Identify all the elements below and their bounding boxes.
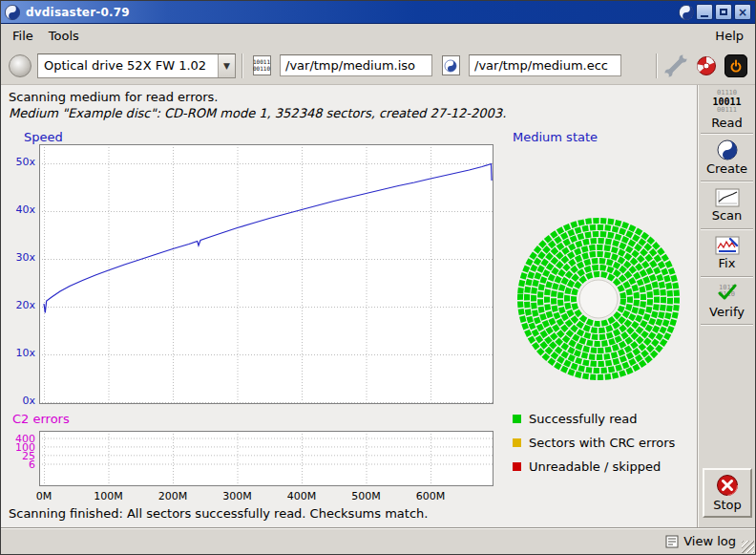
tick-label: 300M (217, 490, 259, 502)
action-sidebar: 01110 10011 00111 Read Create (698, 85, 755, 527)
stop-button[interactable]: Stop (703, 468, 752, 518)
tick-label: 100 (10, 441, 35, 454)
toolbar-separator (242, 53, 243, 78)
stop-button-area: Stop (703, 468, 751, 518)
wrench-icon (664, 54, 687, 77)
verify-button-label: Verify (709, 305, 745, 319)
tick-label: 500M (346, 490, 388, 502)
close-button[interactable]: × (734, 4, 751, 20)
status-line-1: Scanning medium for read errors. (9, 90, 218, 104)
medium-state-disc (514, 215, 682, 383)
verify-button[interactable]: 1011 0110 Verify (699, 278, 755, 324)
toolbar: Optical drive 52X FW 1.02 ▼ 10011 00110 (1, 47, 755, 85)
legend-label-unreadable: Unreadable / skipped (529, 459, 661, 474)
tick-label: 40x (7, 203, 35, 216)
tick-label: 200M (152, 490, 194, 502)
tick-label: 400 (10, 433, 35, 445)
ecc-file-button[interactable] (438, 53, 463, 78)
stop-button-label: Stop (713, 498, 742, 512)
close-icon: × (738, 7, 747, 18)
view-log-button[interactable]: View log (662, 532, 740, 550)
legend-swatch-success (513, 415, 521, 423)
c2-errors-chart (39, 431, 494, 486)
medium-state-title: Medium state (513, 130, 598, 144)
toolbar-separator-2 (656, 53, 658, 78)
ecc-path-input[interactable] (469, 54, 621, 76)
legend-swatch-crc (513, 438, 521, 447)
fix-icon (715, 236, 740, 255)
iso-file-button[interactable]: 10011 00110 (249, 53, 274, 78)
tick-label: 20x (7, 299, 35, 311)
sidebar-spacer (699, 326, 755, 468)
iso-icon-bits-row2: 00110 (253, 66, 270, 73)
create-button-label: Create (706, 161, 747, 176)
scan-button[interactable]: Scan (699, 182, 755, 228)
drive-selector[interactable]: Optical drive 52X FW 1.02 ▼ (37, 53, 236, 78)
power-icon (727, 57, 745, 75)
minimize-button[interactable] (696, 4, 713, 20)
app-window: dvdisaster-0.79 × File Tools Help Optica… (0, 0, 756, 555)
read-button[interactable]: 01110 10011 00111 Read (699, 87, 755, 133)
tick-label: 400M (281, 490, 323, 502)
tick-label: 25 (10, 450, 35, 462)
c2-chart-title: C2 errors (12, 412, 70, 426)
maximize-icon (720, 9, 727, 15)
resize-grip[interactable] (742, 541, 754, 553)
menu-file[interactable]: File (5, 27, 41, 45)
maximize-button[interactable] (715, 4, 732, 20)
status-line-2: Medium "Example disc": CD-ROM mode 1, 35… (9, 106, 506, 120)
scan-chart-icon (715, 188, 740, 207)
fix-button[interactable]: Fix (699, 230, 755, 276)
fix-button-label: Fix (719, 256, 736, 270)
menu-help[interactable]: Help (707, 27, 751, 45)
scan-result-message: Scanning finished: All sectors successfu… (9, 506, 428, 521)
stop-icon (716, 474, 739, 497)
read-button-label: Read (711, 116, 743, 130)
legend-label-success: Successfully read (529, 412, 637, 426)
tick-label: 50x (7, 156, 35, 168)
iso-file-icon: 10011 00110 (253, 55, 271, 75)
ecc-file-icon (442, 55, 460, 75)
tick-label: 0M (23, 490, 65, 502)
create-button[interactable]: Create (699, 135, 755, 181)
view-log-label: View log (683, 534, 736, 548)
legend-item-unreadable: Unreadable / skipped (513, 455, 675, 479)
verify-icon: 1011 0110 (714, 283, 741, 304)
main-area: Scanning medium for read errors. Medium … (1, 85, 698, 527)
tick-label: 600M (410, 490, 452, 502)
read-icon-row3: 00111 (712, 107, 741, 114)
speed-chart-title: Speed (24, 130, 63, 144)
dvdisaster-disc-icon (696, 55, 717, 76)
green-check-icon (717, 283, 738, 302)
window-menu-icon[interactable] (679, 5, 694, 20)
disc-hub-hole (579, 280, 618, 318)
footer-bar: View log (1, 527, 755, 554)
yin-yang-icon (717, 139, 738, 160)
titlebar[interactable]: dvdisaster-0.79 × (1, 1, 755, 24)
legend-item-crc: Sectors with CRC errors (513, 431, 675, 455)
tick-label: 30x (7, 251, 35, 264)
window-title: dvdisaster-0.79 (26, 6, 130, 19)
log-icon (665, 535, 679, 548)
medium-state-legend: Successfully read Sectors with CRC error… (513, 407, 675, 479)
tick-label: 10x (7, 347, 35, 359)
drive-status-icon (9, 54, 32, 77)
menubar: File Tools Help (1, 24, 755, 47)
read-icon: 01110 10011 00111 (712, 90, 741, 114)
preferences-button[interactable] (663, 53, 688, 78)
legend-label-crc: Sectors with CRC errors (529, 436, 675, 450)
about-button[interactable] (694, 53, 719, 78)
iso-path-input[interactable] (280, 54, 432, 76)
legend-swatch-unreadable (513, 462, 521, 471)
chevron-down-icon: ▼ (218, 54, 235, 77)
tick-label: 6 (10, 459, 35, 471)
menu-tools[interactable]: Tools (41, 27, 87, 45)
tick-label: 100M (88, 490, 130, 502)
tick-label: 0x (7, 395, 35, 407)
app-icon (5, 5, 20, 20)
ecc-yin-yang-icon (444, 59, 457, 73)
quit-button[interactable] (724, 54, 747, 77)
legend-item-success: Successfully read (513, 407, 675, 431)
scan-button-label: Scan (712, 208, 743, 223)
drive-selector-value: Optical drive 52X FW 1.02 (38, 58, 218, 73)
